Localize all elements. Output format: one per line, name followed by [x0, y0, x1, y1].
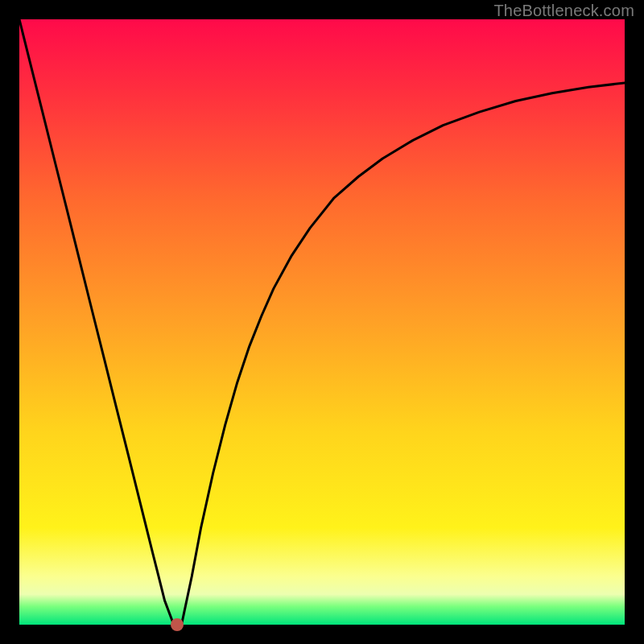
- minimum-point-dot: [171, 618, 184, 631]
- bottleneck-curve: [19, 19, 625, 625]
- chart-container: TheBottleneck.com: [0, 0, 644, 644]
- plot-area: [19, 19, 625, 625]
- watermark-text: TheBottleneck.com: [493, 2, 634, 20]
